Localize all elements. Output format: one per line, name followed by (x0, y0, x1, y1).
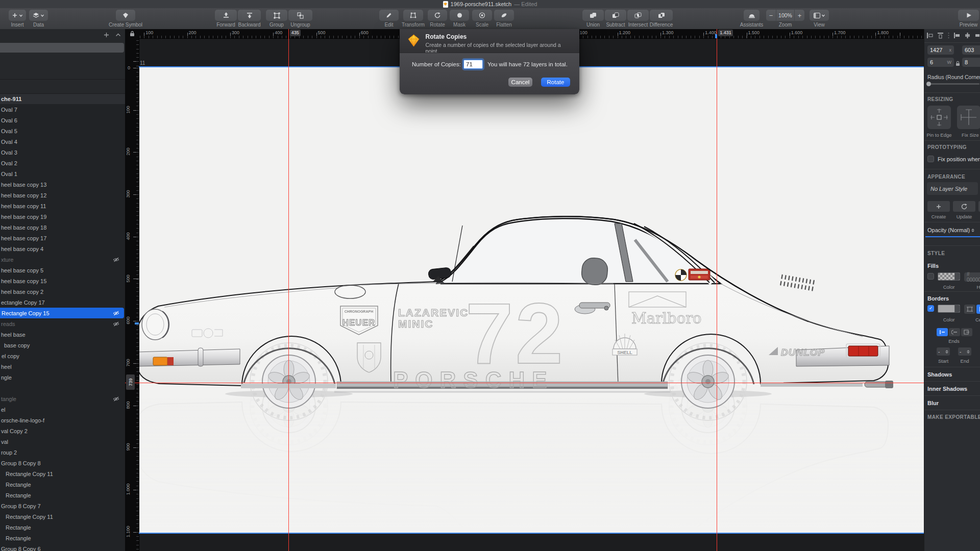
layer-row[interactable]: Rectangle (0, 522, 124, 533)
layer-row[interactable]: val (0, 436, 124, 447)
border-ends-round-button[interactable] (949, 328, 960, 336)
edit-button[interactable] (379, 10, 399, 21)
x-position-field[interactable]: 1427x (927, 45, 954, 55)
layer-row[interactable]: heel base copy 11 (0, 201, 124, 211)
insert-button[interactable] (9, 10, 26, 21)
layer-row[interactable]: heel base copy 17 (0, 233, 124, 243)
create-style-button[interactable] (927, 201, 950, 212)
y-position-field[interactable]: 603 (962, 45, 980, 55)
border-ends-projecting-button[interactable] (961, 328, 972, 336)
layer-row[interactable]: heel base copy 19 (0, 211, 124, 222)
layer-row[interactable]: base copy (0, 340, 124, 350)
border-enabled-checkbox[interactable]: ✓ (927, 305, 934, 312)
layer-row[interactable]: Oval 2 (0, 158, 124, 168)
align-left-icon[interactable] (953, 32, 960, 41)
width-field[interactable]: 6W (927, 58, 954, 67)
layer-row[interactable]: Group 8 Copy 6 (0, 543, 124, 551)
layer-row[interactable]: heel base copy 2 (0, 286, 124, 297)
layer-row[interactable]: Oval 7 (0, 104, 124, 115)
ungroup-button[interactable] (288, 10, 312, 21)
zoom-out-icon[interactable]: − (766, 12, 776, 19)
subtract-button[interactable] (605, 10, 626, 21)
transform-button[interactable] (403, 10, 423, 21)
layer-row[interactable]: Group 8 Copy 7 (0, 500, 124, 511)
fix-size-button[interactable] (957, 106, 980, 129)
layer-row[interactable]: heel base copy 5 (0, 265, 124, 276)
preview-button[interactable] (958, 10, 979, 21)
radius-slider[interactable] (926, 83, 979, 85)
layer-row[interactable]: heel base (0, 329, 124, 340)
align-center-icon[interactable] (964, 32, 971, 41)
layer-row[interactable]: reads (0, 318, 124, 329)
pin-to-edge-button[interactable] (927, 106, 951, 129)
group-button[interactable] (266, 10, 287, 21)
vertical-guide[interactable] (717, 29, 717, 551)
hidden-eye-icon[interactable] (113, 311, 119, 316)
distribute-vertical-icon[interactable] (937, 32, 944, 41)
forward-button[interactable] (215, 10, 237, 21)
backward-button[interactable] (238, 10, 261, 21)
zoom-in-icon[interactable]: + (795, 12, 804, 19)
fill-color-swatch[interactable] (938, 272, 960, 281)
layer-row[interactable]: Oval 1 (0, 168, 124, 179)
layer-row[interactable]: Rectangle (0, 490, 124, 500)
layer-row[interactable]: xture (0, 254, 124, 265)
rotate-button[interactable] (428, 10, 447, 21)
distribute-horizontal-icon[interactable] (926, 32, 933, 41)
layer-row[interactable]: el (0, 404, 124, 415)
layer-row[interactable]: ectangle Copy 17 (0, 297, 124, 308)
rotate-button[interactable]: Rotate (541, 78, 570, 87)
border-center-button[interactable] (976, 305, 980, 314)
add-page-icon[interactable] (104, 32, 109, 39)
lock-icon[interactable] (130, 31, 135, 37)
layer-row[interactable]: ngle (0, 372, 124, 383)
difference-button[interactable] (650, 10, 673, 21)
vertical-guide[interactable] (288, 29, 289, 551)
border-ends-butt-button[interactable] (937, 328, 948, 336)
layer-row[interactable]: tangle (0, 393, 124, 404)
artboard-list-item[interactable]: che-911 (0, 94, 125, 104)
layer-row[interactable]: Rectangle Copy 15 (0, 308, 124, 318)
artboard-bottom-edge[interactable] (139, 533, 924, 534)
layer-row[interactable]: heel base copy 15 (0, 276, 124, 286)
canvas-area[interactable]: 11 (125, 29, 924, 551)
intersect-button[interactable] (627, 10, 649, 21)
data-button[interactable] (29, 10, 48, 21)
scale-button[interactable] (472, 10, 492, 21)
view-button[interactable] (810, 10, 829, 21)
border-color-swatch[interactable] (938, 305, 960, 313)
layer-row[interactable]: Rectangle (0, 533, 124, 543)
hidden-eye-icon[interactable] (113, 321, 119, 327)
layer-row[interactable]: heel base copy 13 (0, 179, 124, 190)
selected-page-row[interactable] (0, 43, 124, 53)
layer-row[interactable]: heel (0, 361, 124, 372)
fix-position-checkbox[interactable] (927, 156, 934, 162)
cancel-button[interactable]: Cancel (508, 78, 532, 87)
align-right-icon[interactable] (975, 32, 980, 41)
layer-style-dropdown[interactable]: No Layer Style (927, 182, 978, 195)
lock-ratio-icon[interactable] (955, 59, 960, 68)
shadows-header[interactable]: Shadows (927, 371, 952, 378)
layer-row[interactable]: heel base copy 18 (0, 222, 124, 233)
layer-row[interactable]: Oval 5 (0, 126, 124, 136)
mask-button[interactable] (450, 10, 469, 21)
layer-row[interactable]: Oval 3 (0, 147, 124, 158)
layer-row[interactable]: Group 8 Copy 8 (0, 458, 124, 468)
fill-enabled-checkbox[interactable] (927, 273, 934, 280)
layer-row[interactable]: roup 2 (0, 447, 124, 458)
artboard-title-label[interactable]: 11 (140, 60, 145, 66)
border-inside-button[interactable] (964, 305, 975, 314)
zoom-button[interactable]: −100%+ (766, 10, 804, 21)
layer-row[interactable]: Rectangle Copy 11 (0, 511, 124, 522)
artboard[interactable]: CHRONOGRAPH HEUER LAZAREVIC MINIC 72 POR… (139, 67, 924, 533)
hidden-eye-icon[interactable] (113, 396, 119, 402)
update-style-button[interactable] (953, 201, 975, 212)
height-field[interactable]: 8 (962, 58, 980, 67)
layer-row[interactable]: Oval 6 (0, 115, 124, 126)
arrow-start-dropdown[interactable]: - (937, 347, 950, 356)
layer-row[interactable]: orsche-line-logo-f (0, 415, 124, 425)
horizontal-guide[interactable] (125, 383, 924, 383)
union-button[interactable] (582, 10, 604, 21)
layer-row[interactable]: Oval 4 (0, 136, 124, 147)
opacity-stepper-icon[interactable] (971, 229, 974, 232)
